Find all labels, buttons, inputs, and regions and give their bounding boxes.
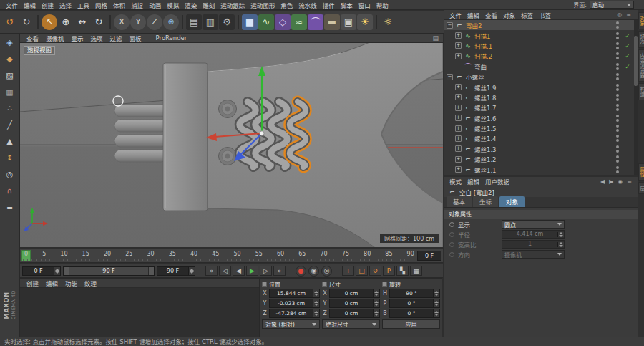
menu-item[interactable]: 编辑	[21, 1, 39, 9]
render-visibility-dot[interactable]	[616, 170, 619, 173]
interface-dropdown[interactable]: 启动	[590, 1, 634, 9]
separator[interactable]	[182, 15, 183, 29]
object-tree-row[interactable]: + ∿ 扫描.1 ✓	[444, 41, 634, 51]
menu-item[interactable]: 运动跟踪	[218, 1, 248, 9]
menu-item[interactable]: 捕捉	[128, 1, 146, 9]
editor-visibility-dot[interactable]	[616, 84, 619, 87]
object-label[interactable]: 小螺丝	[466, 72, 484, 81]
menu-item[interactable]: 选项	[87, 34, 107, 42]
playback-options-button[interactable]: ◎	[321, 266, 332, 277]
size-mode-dropdown[interactable]: 绝对尺寸	[322, 319, 380, 329]
enable-axis-icon[interactable]: ↕	[2, 151, 18, 165]
render-visibility-dot[interactable]	[616, 57, 619, 59]
expander-icon[interactable]: +	[455, 145, 462, 152]
editor-visibility-dot[interactable]	[616, 155, 619, 158]
record-pla-toggle[interactable]: ▚	[396, 266, 409, 276]
search-icon[interactable]: ◎	[615, 11, 624, 18]
rotation-p-field[interactable]: 0 °	[389, 299, 440, 308]
record-position-toggle[interactable]: +	[342, 266, 354, 276]
move-tool-icon[interactable]: ⊕	[58, 14, 74, 30]
visibility-dots[interactable]	[616, 32, 619, 39]
enabled-check-icon[interactable]: ✓	[624, 42, 631, 49]
menu-item[interactable]: 脚本	[338, 1, 356, 9]
position-z-field[interactable]: -47.284 cm	[269, 309, 320, 318]
menu-item[interactable]: 窗口	[356, 1, 374, 9]
editor-visibility-dot[interactable]	[616, 135, 619, 138]
object-label[interactable]: 螺丝1.7	[474, 103, 497, 112]
editor-visibility-dot[interactable]	[616, 166, 619, 169]
editor-visibility-dot[interactable]	[616, 104, 619, 107]
expander-icon[interactable]: −	[447, 74, 453, 80]
model-mode-icon[interactable]: ◆	[2, 52, 18, 67]
menu-item[interactable]: 文件	[447, 11, 464, 19]
position-x-field[interactable]: 15.844 cm	[269, 289, 320, 298]
bolt-top[interactable]	[219, 100, 237, 118]
tab-coordinates[interactable]: 坐标	[473, 196, 498, 207]
tab-basic[interactable]: 基本	[447, 196, 472, 207]
keyframe-dot[interactable]	[449, 232, 454, 237]
display-bulb-icon[interactable]: ☼	[380, 14, 396, 30]
object-label[interactable]: 弯曲2	[466, 21, 482, 29]
menu-item[interactable]: 角色	[278, 1, 296, 9]
object-label[interactable]: 螺丝1.2	[474, 155, 497, 163]
expander-icon[interactable]: +	[455, 84, 462, 90]
menu-item[interactable]: 创建	[39, 1, 57, 9]
record-scale-toggle[interactable]: □	[356, 266, 368, 276]
menu-item[interactable]: 摄像机	[42, 34, 68, 42]
menu-item[interactable]: 过滤	[107, 34, 126, 42]
dock-tab[interactable]: 场次	[638, 31, 644, 48]
menu-icon[interactable]: ≡	[624, 11, 633, 18]
play-button[interactable]: ▶	[246, 266, 258, 276]
menu-item-prorender[interactable]: ProRender	[152, 34, 191, 42]
editor-visibility-dot[interactable]	[616, 145, 619, 148]
coordinate-system-icon[interactable]: ⊕	[163, 14, 179, 30]
menu-item[interactable]: 流水线	[296, 1, 320, 9]
visibility-dots[interactable]	[616, 63, 619, 70]
prev-frame-button[interactable]: ◀	[233, 266, 245, 276]
menu-item[interactable]: 插件	[320, 1, 338, 9]
subdivision-surface-icon[interactable]: ◇	[275, 14, 291, 30]
editor-visibility-dot[interactable]	[616, 42, 619, 45]
enabled-check-icon[interactable]: ✓	[624, 63, 631, 70]
menu-item[interactable]: 用户数据	[482, 177, 512, 186]
expander-icon[interactable]: +	[455, 166, 462, 173]
menu-item[interactable]: 工具	[74, 1, 92, 9]
stepper[interactable]	[54, 267, 60, 275]
object-label[interactable]: 扫描.1	[474, 42, 492, 50]
flange-plate[interactable]	[163, 63, 208, 211]
next-frame-button[interactable]: ▷	[260, 266, 272, 276]
menu-item[interactable]: 创建	[23, 279, 42, 287]
separator[interactable]	[238, 15, 239, 29]
menu-item[interactable]: 对象	[500, 11, 518, 19]
goto-start-button[interactable]: «	[205, 266, 218, 276]
rotate-tool-icon[interactable]: ↻	[91, 14, 107, 30]
autokey-button[interactable]: ◉	[308, 266, 319, 277]
expander-icon[interactable]: −	[447, 22, 453, 29]
object-label[interactable]: 螺丝1.9	[474, 83, 497, 92]
menu-item[interactable]: 渲染	[182, 1, 200, 9]
render-visibility-dot[interactable]	[616, 129, 619, 132]
render-visibility-dot[interactable]	[616, 77, 619, 80]
menu-item[interactable]: 书签	[536, 11, 554, 19]
make-editable-icon[interactable]: ◈	[2, 36, 18, 50]
render-visibility-dot[interactable]	[616, 88, 619, 91]
menu-item[interactable]: 雕刻	[200, 1, 218, 9]
visibility-dots[interactable]	[616, 155, 619, 163]
visibility-dots[interactable]	[616, 21, 619, 29]
visibility-dots[interactable]	[616, 84, 619, 91]
stepper[interactable]	[188, 267, 195, 275]
view-label[interactable]: 透视视图	[24, 46, 55, 55]
object-label[interactable]: 螺丝1.3	[474, 145, 497, 153]
size-z-field[interactable]: 0 cm	[329, 309, 380, 318]
menu-item[interactable]: 模拟	[164, 1, 182, 9]
rotation-b-field[interactable]: 0 °	[389, 309, 440, 318]
menu-item[interactable]: 编辑	[464, 177, 482, 186]
texture-mode-icon[interactable]: ▨	[2, 69, 18, 83]
keyframe-dot[interactable]	[449, 252, 454, 257]
display-dropdown[interactable]: 圆点	[502, 220, 565, 229]
visibility-dots[interactable]	[616, 115, 619, 122]
panel-menu-icon[interactable]: ≡	[625, 178, 634, 185]
expander-icon[interactable]: +	[455, 94, 462, 100]
tab-object[interactable]: 对象	[499, 196, 525, 207]
menu-item[interactable]: 动画	[146, 1, 164, 9]
